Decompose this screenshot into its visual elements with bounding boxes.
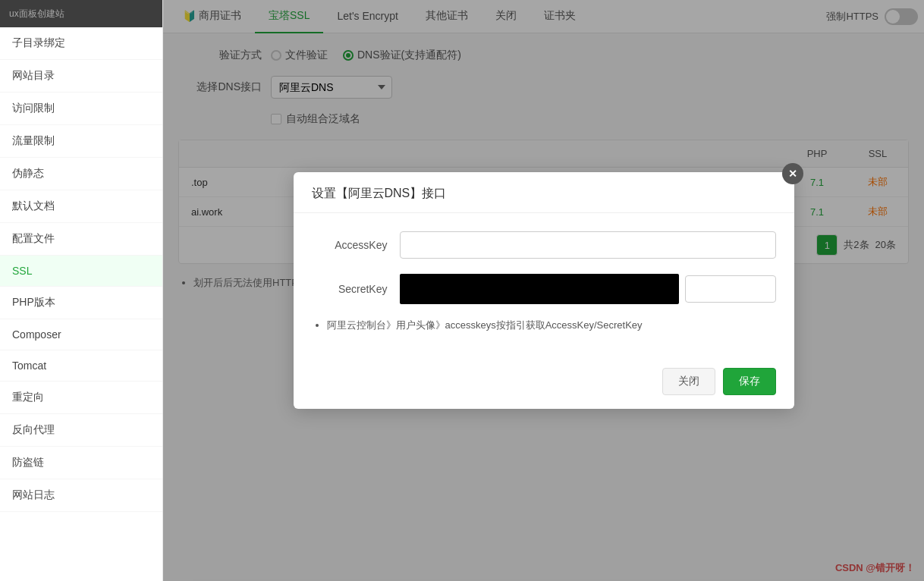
access-key-input[interactable] xyxy=(400,231,776,259)
sidebar-item-fake-static[interactable]: 伪静态 xyxy=(0,158,162,190)
secret-key-label: SecretKey xyxy=(312,283,388,295)
sidebar-item-ssl[interactable]: SSL xyxy=(0,256,162,287)
sidebar-item-config-file[interactable]: 配置文件 xyxy=(0,223,162,256)
sidebar-item-reverse-proxy[interactable]: 反向代理 xyxy=(0,414,162,447)
modal-note-text: 阿里云控制台》用户头像》accesskeys按指引获取AccessKey/Sec… xyxy=(327,316,776,334)
sidebar-item-subdomain-bind[interactable]: 子目录绑定 xyxy=(0,27,162,60)
modal-close-btn[interactable]: 关闭 xyxy=(662,368,715,395)
secret-key-row: SecretKey xyxy=(312,274,776,304)
modal-overlay: ✕ 设置【阿里云DNS】接口 AccessKey SecretKey xyxy=(163,0,924,581)
modal-body: AccessKey SecretKey 阿里云控制台》用户头像》accesske… xyxy=(294,213,794,358)
secret-key-input[interactable] xyxy=(685,275,776,303)
sidebar-item-site-log[interactable]: 网站日志 xyxy=(0,479,162,512)
sidebar-item-default-doc[interactable]: 默认文档 xyxy=(0,190,162,223)
modal-note: 阿里云控制台》用户头像》accesskeys按指引获取AccessKey/Sec… xyxy=(312,316,776,334)
main-content: 🔰 商用证书 宝塔SSL Let's Encrypt 其他证书 关闭 证书夹 xyxy=(163,0,924,581)
access-key-label: AccessKey xyxy=(312,239,388,251)
modal-footer: 关闭 保存 xyxy=(294,359,794,409)
sidebar-item-site-dir[interactable]: 网站目录 xyxy=(0,60,162,93)
sidebar: ux面板创建站 子目录绑定 网站目录 访问限制 流量限制 伪静态 默认文档 配置… xyxy=(0,0,163,581)
modal-header: 设置【阿里云DNS】接口 xyxy=(294,172,794,213)
access-key-row: AccessKey xyxy=(312,231,776,259)
modal-title: 设置【阿里云DNS】接口 xyxy=(312,187,447,199)
sidebar-item-composer[interactable]: Composer xyxy=(0,319,162,350)
sidebar-item-redirect[interactable]: 重定向 xyxy=(0,382,162,414)
secret-key-masked xyxy=(400,274,679,304)
sidebar-header: ux面板创建站 xyxy=(0,0,162,27)
sidebar-item-php-ver[interactable]: PHP版本 xyxy=(0,287,162,319)
sidebar-item-access-limit[interactable]: 访问限制 xyxy=(0,93,162,125)
sidebar-item-hotlink[interactable]: 防盗链 xyxy=(0,447,162,479)
modal-dialog: ✕ 设置【阿里云DNS】接口 AccessKey SecretKey xyxy=(294,172,794,408)
sidebar-item-traffic-limit[interactable]: 流量限制 xyxy=(0,125,162,158)
modal-close-button[interactable]: ✕ xyxy=(782,163,803,184)
modal-save-btn[interactable]: 保存 xyxy=(723,368,776,395)
sidebar-header-text: ux面板创建站 xyxy=(9,8,64,20)
sidebar-item-tomcat[interactable]: Tomcat xyxy=(0,350,162,382)
